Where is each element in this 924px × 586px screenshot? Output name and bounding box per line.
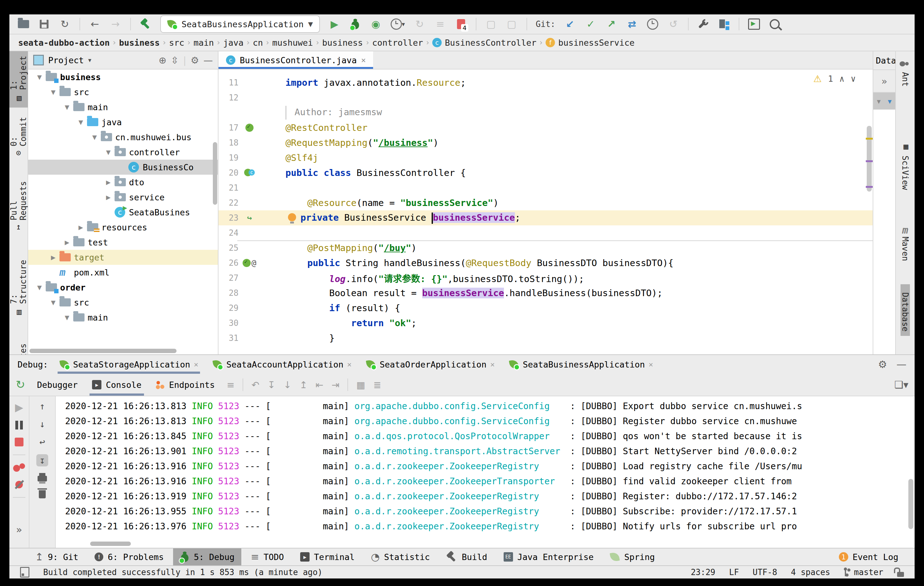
breadcrumb-item[interactable]: cBusinessController [432, 38, 536, 48]
code-area[interactable]: 11import javax.annotation.Resource;12Aut… [218, 69, 873, 354]
debugger-toolbar-icon[interactable]: ⇤ [315, 380, 323, 390]
chevron-right-icon[interactable]: ▶ [47, 254, 59, 261]
chevron-down-icon[interactable]: ▼ [88, 134, 101, 140]
layout-settings-icon[interactable]: ❏▾ [894, 380, 908, 390]
run-configuration-select[interactable]: SeataBusinessApplication▼ [160, 15, 320, 33]
debug-tab-SeataStorageApplication[interactable]: SeataStorageApplication✕ [58, 355, 200, 374]
chevron-down-icon[interactable]: ▼ [61, 104, 73, 111]
print-icon[interactable] [38, 476, 47, 482]
sidebar-item-maven[interactable]: mMaven [899, 223, 911, 266]
breadcrumb-item[interactable]: seata-dubbo-action [18, 38, 110, 48]
breadcrumb-item[interactable]: mushuwei [272, 38, 313, 48]
project-panel-title[interactable]: Project [48, 55, 84, 65]
view-tab-endpoints[interactable]: Endpoints [153, 374, 217, 396]
console-vertical-scrollbar[interactable] [908, 479, 913, 529]
debugger-toolbar-icon[interactable]: ↥ [300, 380, 307, 390]
debug-tab-SeataBusinessApplication[interactable]: SeataBusinessApplication✕ [507, 355, 655, 374]
forward-icon[interactable]: → [110, 17, 121, 31]
debugger-toolbar-icon[interactable]: ≣ [373, 380, 381, 390]
toolwindow-button--git[interactable]: ↥9: Git [28, 548, 85, 565]
git-rollback-icon[interactable]: ↺ [667, 17, 679, 31]
debug-tab-SeataOrderApplication[interactable]: SeataOrderApplication✕ [364, 355, 497, 374]
tree-item-resources[interactable]: ▶resources [28, 220, 218, 235]
sidebar-item--project[interactable]: ▨1: Project [9, 51, 28, 108]
status-window-icon[interactable] [20, 567, 30, 578]
git-update-icon[interactable]: ↙ [564, 17, 576, 31]
toolwindow-button-terminal[interactable]: ▸Terminal [293, 548, 361, 565]
toolwindow-button--problems[interactable]: !6: Problems [87, 548, 171, 565]
pause-icon[interactable] [15, 421, 23, 429]
tree-item-src[interactable]: ▼src [28, 295, 218, 310]
expand-icon[interactable]: » [873, 70, 895, 92]
sidebar-item-pull-requests[interactable]: ↥Pull Requests [9, 177, 28, 234]
tree-item-business[interactable]: ▼business [28, 69, 218, 84]
services-icon[interactable] [748, 17, 760, 31]
toolwindow-button-java-enterprise[interactable]: EEJava Enterprise [497, 548, 601, 565]
debugger-toolbar-icon[interactable]: ↧ [267, 380, 276, 390]
search-everywhere-icon[interactable] [769, 17, 780, 31]
spring-bean-icon[interactable] [246, 124, 254, 132]
git-history-icon[interactable] [647, 17, 658, 31]
sidebar-item--structure[interactable]: ▤7: Structure [9, 256, 28, 322]
tree-item-main[interactable]: ▼main [28, 310, 218, 325]
close-icon[interactable]: ✕ [361, 56, 366, 64]
chevron-down-icon[interactable]: ▾ [88, 56, 91, 64]
clear-console-icon[interactable] [39, 490, 46, 499]
indent-setting[interactable]: 4 spaces [791, 568, 830, 577]
stop-icon[interactable]: 4 [455, 17, 467, 31]
sidebar-item-ant[interactable]: Ant [901, 64, 910, 91]
encoding[interactable]: UTF-8 [753, 568, 777, 577]
gear-icon[interactable]: ⚙ [191, 55, 199, 66]
event-log-button[interactable]: 1 Event Log [832, 548, 905, 565]
chevron-down-icon[interactable]: ▼ [33, 74, 46, 81]
chevron-right-icon[interactable]: ▶ [74, 224, 87, 231]
breadcrumb-item[interactable]: src [169, 38, 184, 48]
chevron-right-icon[interactable]: ▶ [102, 194, 115, 201]
tree-item-main[interactable]: ▼main [28, 99, 218, 115]
down-stack-icon[interactable]: ↓ [40, 419, 45, 429]
chevron-down-icon[interactable]: ▼ [47, 299, 59, 306]
next-problem-icon[interactable]: ∨ [851, 74, 856, 84]
git-commit-icon[interactable]: ✓ [585, 17, 597, 31]
locate-file-icon[interactable]: ⊕ [159, 55, 167, 66]
project-structure-icon[interactable] [718, 17, 730, 31]
sidebar-item--commit[interactable]: ⊙0: Commit [9, 113, 28, 160]
breadcrumb-item[interactable]: business [322, 38, 363, 48]
tree-item-service[interactable]: ▶service [28, 190, 218, 205]
tree-item-pom-xml[interactable]: mpom.xml [28, 265, 218, 280]
rerun-disabled-icon[interactable]: ↻ [414, 17, 426, 31]
git-push-icon[interactable]: ↗ [606, 17, 617, 31]
tree-item-cn-mushuwei-bus[interactable]: ▼cn.mushuwei.bus [28, 130, 218, 145]
unlock-icon[interactable] [897, 572, 904, 577]
back-icon[interactable]: ← [89, 17, 101, 31]
chevron-down-icon[interactable]: ▼ [47, 89, 59, 96]
console-horizontal-scrollbar[interactable] [90, 541, 131, 546]
line-ending[interactable]: LF [729, 568, 739, 577]
more-actions-icon[interactable]: » [16, 525, 22, 535]
resume-icon[interactable]: ▶ [15, 402, 23, 413]
chevron-right-icon[interactable]: ▶ [61, 239, 73, 246]
gear-icon[interactable]: ⚙ [878, 359, 887, 370]
scroll-to-end-icon[interactable]: ↧ [36, 454, 48, 466]
tree-horizontal-scrollbar[interactable] [30, 349, 177, 353]
view-tab-debugger[interactable]: Debugger [35, 374, 80, 396]
spring-bean-class-icon[interactable] [244, 169, 255, 177]
sync-icon[interactable]: ↻ [59, 17, 71, 31]
git-branch[interactable]: master [844, 568, 883, 577]
chevron-down-icon[interactable]: ▼ [61, 314, 73, 321]
settings-wrench-icon[interactable] [697, 17, 709, 31]
editor-tab[interactable]: c BusinessController.java ✕ [218, 51, 373, 69]
run-coverage-icon[interactable]: ◉ [370, 17, 382, 31]
debugger-toolbar-icon[interactable]: ≡ [227, 380, 234, 390]
close-icon[interactable]: ✕ [490, 360, 495, 368]
close-icon[interactable]: ✕ [648, 360, 653, 368]
breadcrumb-item[interactable]: cn [253, 38, 263, 48]
debug-tab-SeataAccountApplication[interactable]: SeataAccountApplication✕ [211, 355, 353, 374]
run-icon[interactable]: ▶ [329, 17, 341, 31]
warning-icon[interactable]: ⚠ [813, 73, 822, 84]
view-tab-console[interactable]: ▸Console [89, 374, 144, 396]
tree-item-order[interactable]: ▼order [28, 280, 218, 295]
breadcrumb-item[interactable]: business [119, 38, 160, 48]
chevron-down-icon[interactable]: ▼ [102, 149, 115, 155]
profiler-icon[interactable]: ▾ [391, 17, 405, 31]
